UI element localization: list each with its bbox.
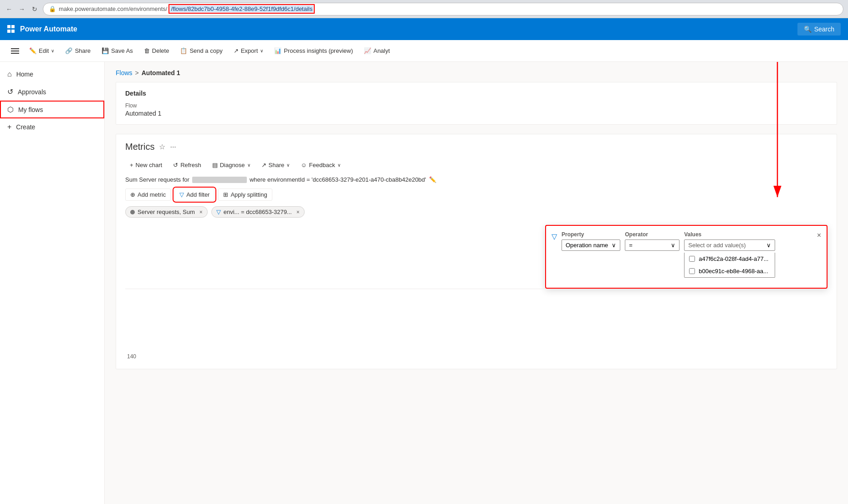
search-label: Search <box>814 25 834 33</box>
dropdown-checkbox-1[interactable] <box>689 256 695 262</box>
export-chevron: ∨ <box>260 48 263 53</box>
save-as-button[interactable]: 💾 Save As <box>97 45 138 57</box>
operator-select[interactable]: = ∨ <box>625 239 679 251</box>
export-icon: ↗ <box>234 47 239 54</box>
operator-chevron-icon: ∨ <box>671 242 675 249</box>
add-metric-icon: ⊕ <box>130 191 135 198</box>
share-metrics-icon: ↗ <box>261 162 266 168</box>
create-icon: + <box>7 123 11 131</box>
values-placeholder: Select or add value(s) <box>688 242 746 249</box>
dropdown-item-2[interactable]: b00ec91c-eb8e-4968-aa... <box>685 265 775 277</box>
new-chart-label: New chart <box>136 162 163 168</box>
back-button[interactable]: ← <box>5 5 14 14</box>
my-flows-icon: ⬡ <box>7 105 14 114</box>
sidebar-item-home[interactable]: ⌂ Home <box>0 66 104 83</box>
share-label: Share <box>75 47 91 54</box>
breadcrumb-current: Automated 1 <box>142 69 180 76</box>
url-highlight: /flows/82bdc7b0-4958-4fe2-88e9-52f1f9dfd… <box>170 5 313 12</box>
share-metrics-chevron: ∨ <box>286 163 290 168</box>
add-filter-button[interactable]: ▽ Add filter <box>174 188 215 201</box>
sidebar-item-my-flows[interactable]: ⬡ My flows <box>0 101 104 118</box>
app-grid-icon[interactable] <box>7 25 15 33</box>
refresh-icon: ↺ <box>173 162 178 168</box>
toolbar: ✏️ Edit ∨ 🔗 Share 💾 Save As 🗑 Delete 📋 S… <box>0 40 848 62</box>
refresh-button-metrics[interactable]: ↺ Refresh <box>169 159 206 171</box>
dropdown-value-1: a47f6c2a-028f-4ad4-a77... <box>699 255 768 262</box>
diagnose-button[interactable]: ▤ Diagnose ∨ <box>208 159 255 171</box>
save-as-label: Save As <box>111 47 133 54</box>
filter-query: Sum Server requests for where environmen… <box>125 176 828 183</box>
apply-splitting-button[interactable]: ⊞ Apply splitting <box>218 188 272 201</box>
filter-popup-header: ▽ Property Operation name ∨ <box>552 231 821 278</box>
top-bar-right: 🔍 Search <box>797 23 841 36</box>
analytics-button[interactable]: 📈 Analyt <box>359 45 394 57</box>
breadcrumb-separator: > <box>135 69 139 76</box>
pill-icon-server <box>130 210 135 214</box>
refresh-button[interactable]: ↻ <box>30 5 39 14</box>
sidebar-item-create[interactable]: + Create <box>0 118 104 136</box>
chart-y-label: 140 <box>127 353 136 360</box>
apply-splitting-icon: ⊞ <box>223 191 228 198</box>
app-title: Power Automate <box>20 25 77 33</box>
sidebar-item-approvals[interactable]: ↺ Approvals <box>0 83 104 101</box>
metrics-actions: + New chart ↺ Refresh ▤ Diagnose ∨ ↗ Sha… <box>125 159 828 171</box>
forward-button[interactable]: → <box>17 5 26 14</box>
dropdown-value-2: b00ec91c-eb8e-4968-aa... <box>699 268 768 275</box>
approvals-icon: ↺ <box>7 87 13 96</box>
breadcrumb: Flows > Automated 1 <box>105 62 848 76</box>
sidebar: ⌂ Home ↺ Approvals ⬡ My flows + Create <box>0 62 105 504</box>
add-metric-button[interactable]: ⊕ Add metric <box>125 188 171 201</box>
send-copy-button[interactable]: 📋 Send a copy <box>175 45 227 57</box>
url-text: make.powerautomate.com/environments/ <box>59 5 167 12</box>
export-button[interactable]: ↗ Export ∨ <box>229 45 268 57</box>
dropdown-item-1[interactable]: a47f6c2a-028f-4ad4-a77... <box>685 253 775 265</box>
details-title: Details <box>125 90 828 97</box>
property-select[interactable]: Operation name ∨ <box>562 239 620 251</box>
process-insights-label: Process insights (preview) <box>284 47 353 54</box>
process-insights-button[interactable]: 📊 Process insights (preview) <box>270 45 358 57</box>
lock-icon: 🔒 <box>49 5 56 12</box>
analytics-icon: 📈 <box>364 47 371 54</box>
url-bar[interactable]: 🔒 make.powerautomate.com/environments/ /… <box>43 3 843 15</box>
values-chevron-icon: ∨ <box>766 242 771 249</box>
search-button[interactable]: 🔍 Search <box>797 23 841 36</box>
feedback-icon: ☺ <box>301 162 307 168</box>
share-button[interactable]: 🔗 Share <box>61 45 95 57</box>
delete-icon: 🗑 <box>144 47 150 54</box>
delete-button[interactable]: 🗑 Delete <box>139 45 174 57</box>
pill-close-server[interactable]: × <box>199 209 203 215</box>
filter-query-edit-icon[interactable]: ✏️ <box>429 176 436 183</box>
filter-fields: Property Operation name ∨ Operator <box>562 231 812 278</box>
operator-value: = <box>629 242 633 249</box>
pill-label-server: Server requests, Sum <box>138 209 195 215</box>
sidebar-label-approvals: Approvals <box>18 88 46 96</box>
metrics-pills: Server requests, Sum × ▽ envi... = dcc68… <box>125 206 828 218</box>
metrics-star-icon[interactable]: ☆ <box>159 143 165 151</box>
export-label: Export <box>241 47 258 54</box>
edit-icon: ✏️ <box>29 47 36 54</box>
filter-close-button[interactable]: × <box>817 231 821 239</box>
feedback-button[interactable]: ☺ Feedback ∨ <box>296 159 345 171</box>
app-grid[interactable] <box>7 25 20 33</box>
edit-button[interactable]: ✏️ Edit ∨ <box>25 45 59 57</box>
values-select[interactable]: Select or add value(s) ∨ <box>684 239 775 251</box>
add-filter-label: Add filter <box>186 191 209 198</box>
property-label: Property <box>562 231 620 238</box>
browser-bar: ← → ↻ 🔒 make.powerautomate.com/environme… <box>0 0 848 18</box>
add-filter-icon: ▽ <box>179 191 184 198</box>
breadcrumb-flows[interactable]: Flows <box>116 69 133 76</box>
share-metrics-label: Share <box>269 162 285 168</box>
dropdown-checkbox-2[interactable] <box>689 268 695 274</box>
sidebar-label-create: Create <box>16 123 35 131</box>
pill-close-env[interactable]: × <box>296 209 300 215</box>
details-card: Details Flow Automated 1 <box>116 82 837 125</box>
server-requests-pill: Server requests, Sum × <box>125 206 208 218</box>
delete-label: Delete <box>152 47 169 54</box>
filter-popup-icon: ▽ <box>552 232 557 241</box>
metrics-ellipsis-icon[interactable]: ··· <box>170 143 176 151</box>
filter-query-suffix: where environmentId = 'dcc68653-3279-e20… <box>250 176 426 183</box>
pill-filter-icon: ▽ <box>216 209 221 215</box>
share-button-metrics[interactable]: ↗ Share ∨ <box>257 159 295 171</box>
new-chart-button[interactable]: + New chart <box>125 159 167 171</box>
hamburger-button[interactable] <box>7 45 23 57</box>
